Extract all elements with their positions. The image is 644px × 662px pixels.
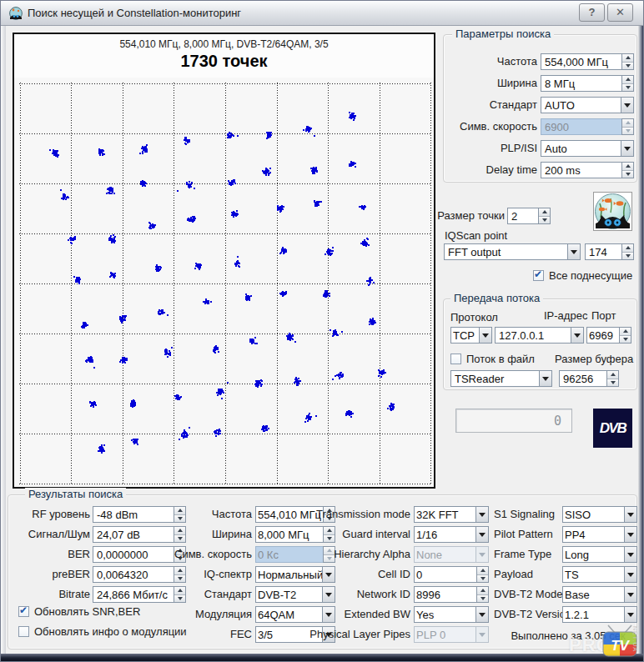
tsreader-combo[interactable]: TSReader <box>450 370 552 387</box>
search-params-group: Параметры поиска Частота 554,000 МГц Шир… <box>443 34 637 183</box>
s1-signaling-combo[interactable]: SISO <box>562 506 637 523</box>
update-modulation-checkbox[interactable]: Обновлять инфо о модуляции <box>18 625 187 638</box>
payload-combo[interactable]: TS <box>562 566 637 583</box>
symbol-rate-label: Симв. скорость <box>447 118 537 135</box>
chevron-down-icon[interactable] <box>539 370 552 387</box>
plp-combo: PLP 0 <box>414 626 489 643</box>
stream-to-file-checkbox[interactable]: Поток в файл <box>450 353 535 365</box>
constellation-panel: 554,010 МГц, 8,000 МГц, DVB-T2/64QAM, 3/… <box>13 33 435 489</box>
frequency-spinner[interactable]: 554,000 МГц <box>541 53 634 70</box>
standard-label: Стандарт <box>447 97 537 113</box>
spin-up-icon[interactable] <box>539 208 550 217</box>
iqscan-index-spinner[interactable]: 174 <box>585 243 634 260</box>
all-subcarriers-checkbox[interactable]: Все поднесущие <box>533 269 632 282</box>
spin-up-icon[interactable] <box>622 54 633 63</box>
delay-time-spinner[interactable]: 200 ms <box>541 162 634 178</box>
chevron-down-icon[interactable] <box>624 566 637 583</box>
point-size-spinner[interactable]: 2 <box>507 208 551 224</box>
checkbox-icon[interactable] <box>533 270 544 281</box>
checkbox-icon[interactable] <box>18 606 29 617</box>
spin-up-icon[interactable] <box>620 328 631 336</box>
transmission-mode-combo[interactable]: 32K FFT <box>414 506 489 523</box>
stream-title: Передача потока <box>450 292 543 304</box>
constellation-header: 554,010 МГц, 8,000 МГц, DVB-T2/64QAM, 3/… <box>14 38 434 50</box>
iqscan-mode-combo[interactable]: FFT output <box>444 243 581 260</box>
title-bar[interactable]: Поиск несущей и Constellation-мониторинг… <box>1 1 643 26</box>
result-bandwidth-label: Ширина <box>172 526 252 543</box>
transmission-mode-label: Transmission mode <box>285 506 410 523</box>
chevron-down-icon[interactable] <box>624 526 637 543</box>
spin-up-icon[interactable] <box>607 371 618 379</box>
plp-label: Physical Layer Pipes <box>285 626 410 643</box>
spin-down-icon <box>622 128 633 135</box>
buffer-size-spinner[interactable]: 96256 <box>559 370 619 387</box>
constellation-points-count: 1730 точек <box>14 52 434 71</box>
hierarchy-alpha-combo: None <box>414 546 489 563</box>
checkbox-icon[interactable] <box>450 354 461 364</box>
spin-down-icon[interactable] <box>622 253 633 260</box>
close-button[interactable]: ✕ <box>607 3 633 22</box>
chevron-down-icon[interactable] <box>624 586 637 603</box>
results-group: Результаты поиска RF уровень -48 dBm Сиг… <box>8 494 637 649</box>
stream-group: Передача потока Протокол IP-адрес Порт T… <box>443 298 637 390</box>
preber-label: preBER <box>10 566 90 583</box>
spin-up-icon <box>622 119 633 128</box>
protocol-label: Протокол <box>450 309 498 326</box>
bandwidth-spinner[interactable]: 8 МГц <box>541 75 634 92</box>
plp-isi-combo[interactable]: Auto <box>541 140 634 157</box>
dvbt2-mode-combo[interactable]: Base <box>562 586 637 603</box>
result-standard-label: Стандарт <box>172 586 252 603</box>
chevron-down-icon[interactable] <box>567 243 581 260</box>
chevron-down-icon[interactable] <box>624 606 637 623</box>
spin-down-icon[interactable] <box>622 84 633 92</box>
buffer-size-label: Размер буфера <box>555 351 633 368</box>
chevron-down-icon[interactable] <box>571 327 584 344</box>
cell-id-spinner[interactable]: 0 <box>414 566 489 583</box>
frequency-label: Частота <box>447 53 537 70</box>
port-spinner[interactable]: 6969 <box>586 327 631 344</box>
modulation-label: Модуляция <box>172 606 252 623</box>
window-frame-right <box>638 26 643 654</box>
pilot-pattern-combo[interactable]: PP4 <box>562 526 637 543</box>
fec-label: FEC <box>172 626 252 643</box>
chevron-down-icon[interactable] <box>475 606 489 623</box>
standard-combo[interactable]: AUTO <box>541 97 634 113</box>
chevron-down-icon[interactable] <box>621 140 634 157</box>
point-size-label: Размер точки <box>435 208 505 224</box>
spin-up-icon[interactable] <box>622 163 633 171</box>
spin-down-icon[interactable] <box>622 171 633 178</box>
chevron-down-icon[interactable] <box>624 506 637 523</box>
spin-up-icon[interactable] <box>622 244 633 253</box>
chevron-down-icon[interactable] <box>479 327 492 344</box>
update-snr-checkbox[interactable]: Обновлять SNR,BER <box>18 605 140 618</box>
help-button[interactable]: ? <box>579 3 605 22</box>
chevron-down-icon[interactable] <box>624 546 637 563</box>
dvb-logo: DVB <box>593 409 632 448</box>
network-id-label: Network ID <box>285 586 410 603</box>
constellation-canvas <box>14 78 434 487</box>
spin-up-icon[interactable] <box>477 567 488 575</box>
progress-digit: 0 <box>554 414 561 429</box>
spin-up-icon[interactable] <box>622 76 633 84</box>
network-id-spinner[interactable]: 8996 <box>414 586 489 603</box>
ip-address-combo[interactable]: 127.0.0.1 <box>495 327 584 344</box>
extended-bw-combo[interactable]: Yes <box>414 606 489 623</box>
rf-level-label: RF уровень <box>10 506 90 523</box>
guard-interval-combo[interactable]: 1/16 <box>414 526 489 543</box>
protocol-combo[interactable]: TCP <box>450 327 492 344</box>
chevron-down-icon[interactable] <box>621 97 634 113</box>
checkbox-icon[interactable] <box>18 626 29 637</box>
spin-down-icon[interactable] <box>607 379 618 387</box>
extended-bw-label: Extended BW <box>285 606 410 623</box>
spin-down-icon[interactable] <box>477 575 488 583</box>
symbol-rate-spinner: 6900 <box>541 118 634 135</box>
spin-down-icon[interactable] <box>539 217 550 224</box>
spin-up-icon[interactable] <box>477 587 488 595</box>
frame-type-combo[interactable]: Long <box>562 546 637 563</box>
chevron-down-icon[interactable] <box>475 526 489 543</box>
spin-down-icon[interactable] <box>477 595 488 603</box>
spin-down-icon[interactable] <box>620 336 631 344</box>
spin-down-icon[interactable] <box>622 63 633 70</box>
chevron-down-icon[interactable] <box>475 506 489 523</box>
dvbt2-version-combo[interactable]: 1.2.1 <box>562 606 637 623</box>
